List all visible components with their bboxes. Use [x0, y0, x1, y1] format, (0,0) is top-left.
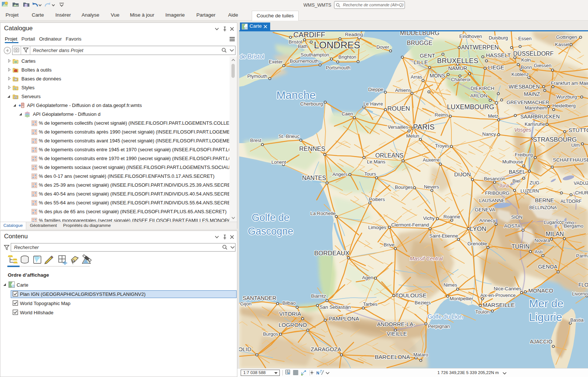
svg-text:Plymouth: Plymouth	[247, 73, 267, 79]
svg-text:Livorno: Livorno	[572, 291, 588, 297]
svg-text:FRIBOURG: FRIBOURG	[485, 191, 509, 196]
svg-text:VALLADOLID: VALLADOLID	[239, 346, 251, 352]
svg-text:Reims: Reims	[435, 112, 448, 118]
svg-text:MILAN: MILAN	[546, 231, 564, 237]
svg-text:Heidelberg: Heidelberg	[553, 103, 576, 108]
svg-text:LONDRES: LONDRES	[314, 39, 360, 51]
svg-text:Brighton: Brighton	[338, 54, 356, 60]
svg-text:Bastia: Bastia	[570, 317, 584, 323]
svg-text:Novara: Novara	[534, 238, 550, 243]
svg-text:HASSELT: HASSELT	[486, 52, 510, 58]
svg-text:WIESBADEN: WIESBADEN	[509, 84, 540, 90]
svg-text:Melun: Melun	[406, 133, 419, 139]
svg-text:ALTDORF: ALTDORF	[560, 199, 582, 204]
svg-text:Toulon: Toulon	[475, 309, 489, 315]
svg-text:Nevers: Nevers	[424, 184, 439, 190]
svg-text:Bonn: Bonn	[521, 65, 532, 70]
svg-text:Southampton: Southampton	[300, 52, 329, 58]
svg-text:Roanne: Roanne	[443, 214, 460, 219]
svg-text:Essen: Essen	[518, 36, 532, 41]
svg-text:Auxerre: Auxerre	[423, 157, 440, 163]
svg-text:Perpignan: Perpignan	[428, 324, 450, 329]
svg-text:Arras: Arras	[410, 74, 422, 80]
svg-text:DÜSSELDORF: DÜSSELDORF	[513, 51, 554, 57]
svg-text:Clermont-Ferrand: Clermont-Ferrand	[391, 222, 429, 228]
svg-text:TURIN: TURIN	[512, 243, 530, 250]
svg-text:Dover: Dover	[376, 44, 389, 50]
svg-text:Troyes: Troyes	[435, 143, 450, 149]
svg-text:Bilbao: Bilbao	[282, 300, 296, 306]
svg-text:ZUG: ZUG	[530, 180, 539, 186]
svg-text:Golfe du Lion: Golfe du Lion	[427, 314, 463, 320]
svg-text:ORLEANS: ORLEANS	[375, 152, 403, 159]
svg-text:SANTANDER: SANTANDER	[243, 295, 276, 301]
svg-text:Charleroi: Charleroi	[451, 77, 471, 82]
svg-text:La Rochelle: La Rochelle	[310, 211, 336, 216]
svg-text:Nice-Cannes: Nice-Cannes	[494, 286, 522, 291]
svg-text:Manche: Manche	[276, 89, 316, 101]
svg-text:LUZERN: LUZERN	[520, 188, 539, 194]
svg-text:Lorient: Lorient	[271, 159, 286, 165]
svg-text:DIJON: DIJON	[454, 171, 471, 177]
svg-text:Nimes: Nimes	[444, 282, 457, 288]
svg-text:NANTES: NANTES	[302, 175, 326, 181]
svg-text:Annecy: Annecy	[479, 218, 495, 223]
svg-text:Versailles: Versailles	[388, 124, 408, 130]
svg-text:Duisburg: Duisburg	[489, 35, 508, 41]
svg-text:Asti: Asti	[534, 249, 543, 255]
svg-text:MONS: MONS	[430, 73, 445, 79]
svg-text:TOULOUSE: TOULOUSE	[395, 292, 427, 298]
svg-text:Ulm: Ulm	[571, 142, 580, 148]
svg-text:ARLON: ARLON	[470, 93, 488, 98]
svg-text:MIDDELBURG: MIDDELBURG	[400, 31, 440, 36]
svg-text:BARCELONA: BARCELONA	[375, 354, 410, 360]
svg-text:Limoges: Limoges	[368, 225, 386, 230]
svg-text:STRASBOURG: STRASBOURG	[533, 136, 577, 143]
svg-text:Massif Central: Massif Central	[410, 256, 443, 262]
svg-text:AJACCIO: AJACCIO	[530, 339, 553, 345]
svg-text:Giessen: Giessen	[534, 63, 551, 68]
svg-text:Vosges: Vosges	[514, 127, 531, 133]
svg-text:Dieppe: Dieppe	[368, 87, 383, 92]
svg-text:Portsmouth: Portsmouth	[326, 65, 350, 70]
svg-text:PARIS: PARIS	[413, 123, 435, 131]
svg-text:Nancy: Nancy	[482, 131, 496, 137]
svg-text:Tours: Tours	[364, 171, 376, 177]
svg-text:MAINZ: MAINZ	[524, 91, 540, 97]
svg-text:ANTWERPEN: ANTWERPEN	[461, 44, 499, 51]
svg-text:CHUR: CHUR	[575, 190, 588, 196]
svg-text:Gascogne: Gascogne	[248, 226, 293, 237]
svg-text:ROUEN: ROUEN	[387, 105, 410, 112]
svg-text:Bergamo: Bergamo	[564, 223, 584, 229]
svg-text:San Sebastián: San Sebastián	[320, 304, 351, 310]
svg-text:Agen: Agen	[362, 275, 373, 280]
svg-text:Gottingen: Gottingen	[556, 34, 577, 40]
svg-text:Biel: Biel	[512, 178, 520, 184]
svg-text:Biarritz: Biarritz	[311, 293, 326, 299]
svg-text:Brest: Brest	[250, 138, 262, 143]
svg-text:LYON: LYON	[470, 225, 486, 232]
svg-text:GREVENMACHER: GREVENMACHER	[506, 100, 549, 105]
svg-text:ANDORRE-LA-: ANDORRE-LA-	[377, 321, 415, 327]
svg-text:Amiens: Amiens	[395, 87, 411, 93]
svg-text:SCHAFFHAUSEN: SCHAFFHAUSEN	[553, 157, 588, 163]
svg-text:Frankfurt am Main: Frankfurt am Main	[551, 80, 588, 86]
svg-text:VADUZ: VADUZ	[574, 181, 588, 186]
svg-text:LILLE: LILLE	[413, 59, 428, 65]
svg-text:Vichy: Vichy	[423, 215, 435, 221]
svg-text:Caen: Caen	[341, 111, 353, 117]
svg-text:GENEVA: GENEVA	[475, 207, 495, 212]
svg-text:AOSTA: AOSTA	[504, 223, 521, 229]
svg-text:RENNES: RENNES	[299, 145, 326, 152]
svg-text:GENOA: GENOA	[538, 264, 558, 270]
svg-text:N: N	[316, 371, 319, 375]
svg-text:ZARAGOZA: ZARAGOZA	[311, 346, 341, 352]
svg-text:DIEKIRCH: DIEKIRCH	[471, 86, 495, 91]
svg-text:Besancon: Besancon	[484, 176, 505, 181]
svg-text:Parma: Parma	[576, 253, 588, 259]
svg-text:Kassel: Kassel	[555, 42, 569, 47]
svg-text:FLORENCE: FLORENCE	[578, 282, 588, 288]
svg-text:Gijon: Gijon	[240, 301, 251, 307]
svg-text:de Bristol: de Bristol	[240, 53, 264, 60]
svg-text:Freiburg: Freiburg	[515, 152, 533, 158]
